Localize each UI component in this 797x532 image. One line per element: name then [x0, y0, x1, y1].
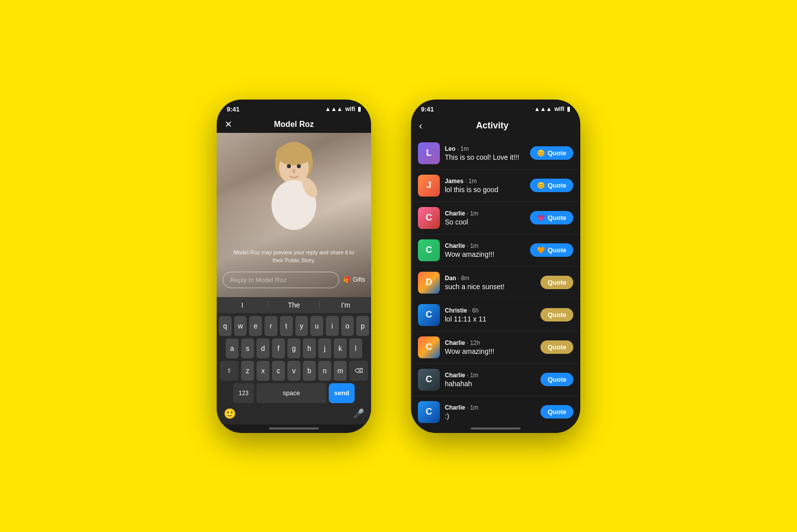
comment-8: hahahah — [445, 380, 535, 388]
quote-button-1[interactable]: 😊 Quote — [530, 146, 573, 160]
gifts-button[interactable]: 🎁 Gifts — [343, 276, 365, 283]
quote-button-4[interactable]: 🧡 Quote — [530, 243, 573, 257]
autocomplete-i[interactable]: I — [217, 301, 268, 309]
key-c[interactable]: c — [272, 361, 285, 381]
avatar-2: J — [418, 175, 440, 197]
avatar-3: C — [418, 207, 440, 229]
emoji-icon[interactable]: 🙂 — [224, 408, 236, 420]
story-image: Model Roz may preview your reply and sha… — [217, 133, 371, 297]
user-name-7: Charlie — [445, 339, 465, 346]
comment-1: This is so cool! Love it!!! — [445, 153, 525, 161]
key-d[interactable]: d — [257, 338, 269, 358]
quote-label-6: Quote — [547, 311, 566, 319]
reply-input-row: Reply to Model Roz 🎁 Gifts — [217, 269, 371, 291]
quote-button-5[interactable]: Quote — [540, 276, 573, 289]
key-y[interactable]: y — [295, 316, 308, 336]
activity-time-6: · 6h — [469, 307, 479, 314]
key-m[interactable]: m — [334, 361, 347, 381]
key-i[interactable]: i — [326, 316, 339, 336]
svg-point-7 — [297, 164, 301, 168]
key-p[interactable]: p — [356, 316, 369, 336]
signal-icon: ▲▲▲ — [325, 106, 343, 112]
keyboard-row-bottom: 123 space send — [219, 383, 369, 403]
quote-icon-3: 💗 — [537, 214, 545, 221]
user-name-9: Charlie — [445, 404, 465, 411]
signal-icon-right: ▲▲▲ — [534, 106, 552, 112]
keyboard-row-1: q w e r t y u i o p — [219, 316, 369, 336]
shift-key[interactable]: ⇧ — [220, 361, 239, 381]
back-button[interactable]: ‹ — [419, 120, 422, 131]
comment-7: Wow amazing!!! — [445, 347, 535, 355]
autocomplete-the[interactable]: The — [268, 301, 320, 309]
user-name-8: Charlie — [445, 372, 465, 379]
quote-button-9[interactable]: Quote — [540, 405, 573, 419]
quote-button-2[interactable]: 😊 Quote — [530, 179, 573, 192]
reply-input[interactable]: Reply to Model Roz — [223, 272, 339, 288]
key-j[interactable]: j — [318, 338, 331, 358]
avatar-9: C — [418, 401, 440, 423]
space-key[interactable]: space — [257, 383, 326, 403]
key-s[interactable]: s — [241, 338, 254, 358]
key-e[interactable]: e — [249, 316, 262, 336]
activity-item-8: C Charlie · 1m hahahah Quote — [411, 364, 580, 396]
comment-2: lol this is so good — [445, 186, 525, 194]
key-k[interactable]: k — [334, 338, 347, 358]
quote-button-7[interactable]: Quote — [540, 340, 573, 354]
key-r[interactable]: r — [265, 316, 277, 336]
activity-text-1: Leo · 1m This is so cool! Love it!!! — [445, 145, 525, 161]
numbers-key[interactable]: 123 — [233, 383, 254, 403]
avatar-7: C — [418, 336, 440, 358]
key-n[interactable]: n — [318, 361, 331, 381]
key-l[interactable]: l — [349, 338, 362, 358]
send-key[interactable]: send — [329, 383, 355, 403]
activity-title: Activity — [426, 120, 558, 131]
home-indicator-left — [269, 427, 319, 429]
key-w[interactable]: w — [234, 316, 247, 336]
quote-button-3[interactable]: 💗 Quote — [530, 211, 573, 224]
keyboard: q w e r t y u i o p a s d f g h j k — [217, 313, 371, 425]
avatar-5: D — [418, 272, 440, 294]
reply-placeholder: Reply to Model Roz — [230, 276, 286, 284]
key-a[interactable]: a — [226, 338, 239, 358]
key-q[interactable]: q — [219, 316, 232, 336]
key-b[interactable]: b — [303, 361, 316, 381]
key-o[interactable]: o — [341, 316, 354, 336]
close-button[interactable]: ✕ — [225, 119, 232, 130]
quote-button-6[interactable]: Quote — [540, 308, 573, 321]
quote-icon-2: 😊 — [537, 182, 545, 189]
key-f[interactable]: f — [272, 338, 285, 358]
key-z[interactable]: z — [241, 361, 254, 381]
key-t[interactable]: t — [280, 316, 293, 336]
key-v[interactable]: v — [287, 361, 300, 381]
status-bar-right: 9:41 ▲▲▲ wifi ▮ — [411, 100, 580, 116]
story-header: ✕ Model Roz — [217, 116, 371, 133]
activity-time-1: · 1m — [457, 145, 469, 152]
quote-label-1: Quote — [547, 149, 566, 157]
left-phone: 9:41 ▲▲▲ wifi ▮ ✕ Model Roz — [217, 100, 371, 433]
key-g[interactable]: g — [287, 338, 300, 358]
activity-time-2: · 1m — [465, 178, 477, 185]
reply-notice: Model Roz may preview your reply and sha… — [217, 244, 371, 269]
avatar-8: C — [418, 369, 440, 391]
quote-icon-1: 😊 — [537, 149, 545, 157]
wifi-icon-right: wifi — [554, 106, 564, 112]
mic-icon[interactable]: 🎤 — [353, 408, 364, 419]
activity-item-7: C Charlie · 12h Wow amazing!!! Quote — [411, 331, 580, 364]
activity-item-6: C Christie · 6h lol 11:11 x 11 Quote — [411, 299, 580, 331]
autocomplete-im[interactable]: I'm — [320, 301, 371, 309]
gifts-label: Gifts — [353, 276, 365, 283]
avatar-4: C — [418, 239, 440, 261]
activity-text-9: Charlie · 1m :) — [445, 404, 535, 420]
key-u[interactable]: u — [310, 316, 323, 336]
key-h[interactable]: h — [303, 338, 316, 358]
comment-9: :) — [445, 412, 535, 420]
key-x[interactable]: x — [257, 361, 269, 381]
comment-5: such a nice sunset! — [445, 283, 535, 291]
activity-time-3: · 1m — [467, 210, 478, 217]
activity-time-9: · 1m — [467, 404, 478, 411]
svg-point-6 — [287, 164, 291, 168]
quote-label-9: Quote — [547, 408, 566, 416]
delete-key[interactable]: ⌫ — [349, 361, 368, 381]
user-name-6: Christie — [445, 307, 467, 314]
quote-button-8[interactable]: Quote — [540, 373, 573, 386]
